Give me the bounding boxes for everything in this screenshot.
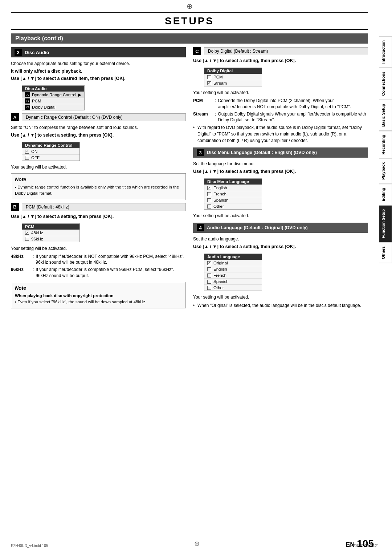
- checkbox-96khz: [25, 237, 29, 241]
- step4-header: 4 Audio Language (Default : Original) (D…: [193, 223, 368, 233]
- audio-lang-other-label: Other: [213, 285, 224, 290]
- term-stream-desc: Outputs Dolby Digital signals When your …: [218, 111, 368, 123]
- step3-section: 3 Disc Menu Language (Default : English)…: [193, 147, 368, 219]
- term-pcm-label: PCM: [193, 98, 213, 110]
- sidebar-tab-introduction[interactable]: Introduction: [379, 36, 392, 68]
- step4-desc: Set the audio language.: [193, 236, 368, 242]
- col-left: 2 Disc Audio Choose the appropriate audi…: [11, 47, 186, 312]
- dynamic-range-menu: Dynamic Range Control ON OFF: [22, 142, 80, 161]
- note2-title: Note: [15, 285, 182, 291]
- section-header-label: Playback (cont'd): [15, 35, 63, 42]
- checkbox-audio-english: [207, 267, 211, 271]
- sidebar-tab-functionsetup[interactable]: Function Setup: [379, 205, 392, 242]
- step-a-box: Dynamic Range Control (Default : ON) (DV…: [22, 113, 186, 121]
- pcm-48khz-label: 48kHz: [31, 231, 43, 235]
- term-96khz-label: 96kHz: [11, 267, 31, 279]
- note2-text: • Even if you select "96kHz", the sound …: [15, 299, 182, 305]
- step3-title: Disc Menu Language (Default : English) (…: [207, 150, 317, 155]
- term-pcm: PCM : Converts the Dolby Digital into PC…: [193, 98, 368, 110]
- pcm-menu-wrap: PCM 48kHz 96kHz: [11, 221, 186, 245]
- term-48khz-label: 48kHz: [11, 254, 31, 266]
- page-footer: E2H40UD_v4.indd 105 ⊕ 2008/06/02 13:36:2…: [11, 538, 379, 548]
- dolby-pcm-label: PCM: [213, 75, 223, 79]
- audio-lang-original: Original: [204, 260, 262, 266]
- disc-audio-row-b: B PCM: [22, 98, 84, 104]
- pcm-row-48khz: 48kHz: [22, 230, 79, 236]
- pcm-header: PCM: [22, 224, 79, 230]
- audio-lang-wrap: Audio Language Original English: [193, 251, 368, 294]
- disc-menu-french: French: [204, 191, 262, 197]
- sidebar-tab-connections[interactable]: Connections: [379, 68, 392, 100]
- audio-lang-header: Audio Language: [204, 254, 262, 260]
- disc-menu-french-label: French: [213, 192, 226, 196]
- step4-instruction: Use [▲ / ▼] to select a setting, then pr…: [193, 244, 368, 249]
- term-pcm-desc: Converts the Dolby Digital into PCM (2 c…: [218, 98, 368, 110]
- disc-menu-spanish: Spanish: [204, 197, 262, 203]
- term-48khz-colon: :: [33, 254, 34, 266]
- note1-text: • Dynamic range control function is avai…: [15, 184, 182, 197]
- step-a-letter: A: [11, 113, 19, 121]
- dynamic-range-on-label: ON: [31, 149, 37, 154]
- two-col-layout: 2 Disc Audio Choose the appropriate audi…: [11, 47, 368, 312]
- disc-menu-lang-header: Disc Menu Language: [204, 179, 262, 185]
- sidebar-tab-playback[interactable]: Playback: [379, 158, 392, 184]
- disc-menu-other: Other: [204, 203, 262, 209]
- checkbox-original: [207, 261, 211, 265]
- step4-bullet: When "Original" is selected, the audio l…: [193, 302, 368, 309]
- disc-audio-row-b-label: PCM: [32, 99, 41, 103]
- audio-lang-french-label: French: [213, 273, 226, 278]
- checkbox-dolby-stream: [207, 81, 211, 85]
- step-a-desc: Set to "ON" to compress the range betwee…: [11, 124, 186, 131]
- step3-after: Your setting will be activated.: [193, 212, 368, 219]
- step-b-instruction: Use [▲ / ▼] to select a setting, then pr…: [11, 214, 186, 219]
- disc-audio-row-a: A Dynamic Range Control ▶: [22, 92, 84, 98]
- disc-audio-row-c-label: Dolby Digital: [32, 105, 56, 109]
- dolby-menu-wrap: Dolby Digital PCM Stream: [193, 65, 368, 89]
- disc-menu-spanish-label: Spanish: [213, 198, 229, 202]
- checkbox-48khz: [25, 231, 29, 235]
- checkbox-on: [25, 150, 29, 154]
- step2-title: Disc Audio: [25, 50, 49, 55]
- step-c-letter: C: [193, 47, 201, 55]
- checkbox-dolby-pcm: [207, 75, 211, 79]
- checkbox-audio-spanish: [207, 280, 211, 284]
- section-header-playback: Playback (cont'd): [11, 33, 368, 44]
- step-b-box: PCM (Default : 48kHz): [22, 203, 186, 211]
- dolby-row-stream: Stream: [204, 80, 262, 86]
- sidebar-tab-recording[interactable]: Recording: [379, 131, 392, 158]
- sidebar-tab-others[interactable]: Others: [379, 242, 392, 263]
- step4-section: 4 Audio Language (Default : Original) (D…: [193, 223, 368, 309]
- row-letter-a: A: [25, 92, 30, 97]
- term-stream-label: Stream: [193, 111, 213, 123]
- note-box-2: Note When playing back disc with copyrig…: [11, 282, 186, 309]
- step2-intro: Choose the appropriate audio setting for…: [11, 60, 186, 67]
- page-number-area: EN 105: [346, 538, 374, 550]
- term-96khz: 96kHz : If your amplifier/decoder is com…: [11, 267, 186, 279]
- step2-number: 2: [15, 49, 22, 56]
- disc-menu-lang-wrap: Disc Menu Language English French: [193, 176, 368, 212]
- dynamic-range-off-label: OFF: [31, 155, 40, 160]
- step-b-header: B PCM (Default : 48kHz): [11, 203, 186, 211]
- page-title: SETUPS: [11, 12, 368, 30]
- audio-lang-english-label: English: [213, 267, 227, 271]
- checkbox-spanish: [207, 198, 211, 202]
- step3-desc: Set the language for disc menu.: [193, 161, 368, 167]
- term-48khz: 48kHz : If your amplifier/decoder is NOT…: [11, 254, 186, 266]
- checkbox-other: [207, 204, 211, 208]
- step-c-instruction: Use [▲ / ▼] to select a setting, then pr…: [193, 58, 368, 63]
- step-b-after: Your setting will be activated.: [11, 245, 186, 252]
- step3-header: 3 Disc Menu Language (Default : English)…: [193, 147, 368, 158]
- step-c-bullet: With regard to DVD playback, if the audi…: [193, 124, 368, 144]
- disc-audio-table: Disc Audio A Dynamic Range Control ▶ B P…: [22, 85, 85, 110]
- term-pcm-colon: :: [215, 98, 216, 110]
- disc-menu-other-label: Other: [213, 204, 224, 208]
- sidebar-tab-basicsetup[interactable]: Basic Setup: [379, 100, 392, 131]
- step-a-after: Your setting will be activated.: [11, 164, 186, 170]
- sidebar-tab-editing[interactable]: Editing: [379, 184, 392, 205]
- checkbox-french: [207, 192, 211, 196]
- step-c-box: Dolby Digital (Default : Stream): [204, 47, 368, 55]
- disc-menu-english-label: English: [213, 186, 227, 190]
- step3-instruction: Use [▲ / ▼] to select a setting, then pr…: [193, 169, 368, 174]
- dolby-menu: Dolby Digital PCM Stream: [204, 68, 262, 86]
- page-number: 105: [357, 538, 374, 550]
